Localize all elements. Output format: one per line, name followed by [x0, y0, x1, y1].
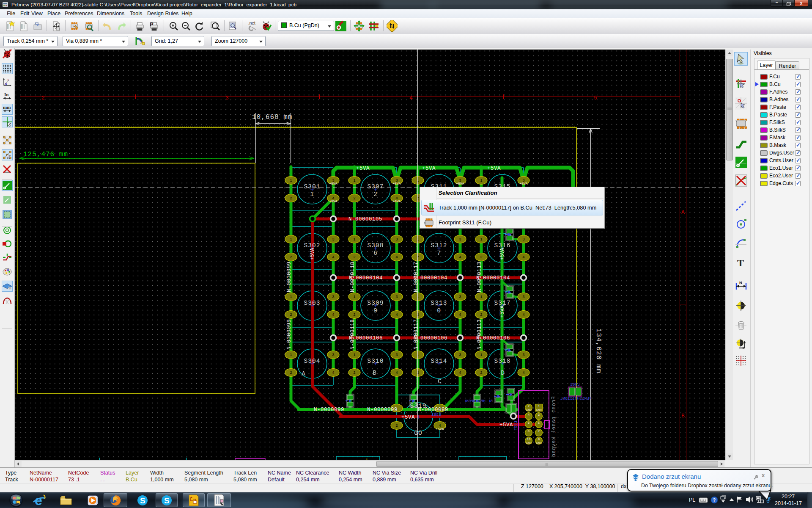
- svg-text:.net: .net: [248, 21, 255, 25]
- svg-text:GO: GO: [414, 430, 422, 436]
- svg-text:1: 1: [480, 178, 482, 182]
- svg-text:3: 3: [395, 237, 398, 241]
- svg-text:N-0000099: N-0000099: [286, 262, 292, 292]
- svg-text:L30T: L30T: [513, 421, 518, 431]
- svg-text:N-0000099: N-0000099: [286, 319, 292, 350]
- svg-text:1: 1: [290, 178, 292, 182]
- svg-text:2: 2: [353, 312, 355, 317]
- svg-text:3: 3: [459, 237, 461, 241]
- svg-text:FLM15H4121SNL: FLM15H4121SNL: [560, 396, 592, 401]
- svg-text:N-00000105: N-00000105: [348, 216, 382, 222]
- svg-text:S: S: [140, 496, 145, 505]
- svg-text:+5VA: +5VA: [392, 199, 401, 203]
- svg-text:10,668 mm: 10,668 mm: [252, 113, 292, 121]
- svg-text:A: A: [302, 370, 306, 377]
- svg-text:+5VA: +5VA: [329, 199, 337, 203]
- svg-text:4: 4: [522, 312, 524, 317]
- svg-text:GND: GND: [536, 409, 542, 412]
- svg-text:P: P: [150, 21, 154, 28]
- svg-text:2: 2: [480, 255, 482, 259]
- svg-text:3: 3: [332, 237, 334, 241]
- svg-text:4: 4: [409, 95, 413, 101]
- svg-text:5: 5: [594, 95, 597, 101]
- svg-text:3: 3: [332, 353, 334, 357]
- svg-text:4: 4: [459, 312, 461, 317]
- svg-text:Front panel keypad in: Front panel keypad in: [551, 396, 557, 460]
- svg-text:3: 3: [459, 295, 461, 299]
- svg-text:2: 2: [353, 255, 355, 259]
- svg-text:8: 8: [528, 430, 530, 433]
- svg-text:B: B: [373, 370, 377, 376]
- svg-text:134,620 mm: 134,620 mm: [595, 329, 602, 373]
- svg-text:2: 2: [290, 255, 292, 259]
- svg-text:10: 10: [527, 438, 531, 441]
- svg-text:2: 2: [480, 370, 482, 375]
- svg-text:+5VA: +5VA: [329, 182, 337, 185]
- svg-text:N-0000118: N-0000118: [350, 262, 356, 292]
- svg-text:?: ?: [713, 497, 716, 502]
- svg-text:+5VA: +5VA: [422, 166, 436, 171]
- svg-text:1: 1: [290, 295, 292, 299]
- svg-text:+5VA: +5VA: [499, 422, 513, 428]
- svg-text:1: 1: [480, 295, 482, 299]
- svg-text:2: 2: [528, 405, 530, 408]
- svg-text:GND: GND: [536, 442, 542, 445]
- svg-text:3: 3: [522, 237, 524, 241]
- svg-text:4: 4: [332, 312, 334, 317]
- svg-text:2: 2: [353, 370, 355, 375]
- svg-text:1: 1: [353, 178, 355, 182]
- svg-text:3: 3: [522, 353, 524, 357]
- svg-text:7: 7: [437, 250, 441, 257]
- svg-text:N-0000113: N-0000113: [477, 262, 483, 292]
- svg-text:3: 3: [395, 353, 398, 357]
- svg-text:4: 4: [332, 255, 334, 259]
- svg-text:+5VA: +5VA: [487, 166, 501, 171]
- svg-text:A: A: [681, 209, 685, 215]
- svg-text:2: 2: [290, 370, 292, 375]
- svg-text:N-0000117: N-0000117: [413, 319, 419, 350]
- svg-text:+5VA: +5VA: [456, 182, 464, 185]
- svg-text:+5VA: +5VA: [499, 305, 505, 318]
- svg-text:0: 0: [437, 307, 441, 314]
- svg-text:1: 1: [480, 353, 482, 357]
- svg-text:3: 3: [522, 295, 524, 299]
- svg-text:1: 1: [480, 237, 482, 241]
- svg-text:N-0000117: N-0000117: [413, 262, 419, 292]
- svg-text:+5VA: +5VA: [310, 248, 315, 260]
- svg-text:N: N: [739, 281, 742, 285]
- svg-text:N-0000099: N-0000099: [418, 407, 448, 413]
- svg-text:S: S: [164, 496, 170, 505]
- svg-text:N-0000118: N-0000118: [350, 319, 356, 350]
- svg-text:2: 2: [41, 95, 45, 101]
- svg-text:+5VA: +5VA: [401, 414, 415, 420]
- svg-text:GND: GND: [526, 409, 532, 412]
- svg-text:N-0000099: N-0000099: [367, 407, 398, 413]
- svg-text:+5VA: +5VA: [392, 182, 401, 185]
- svg-text:4: 4: [522, 370, 524, 375]
- svg-text:6: 6: [528, 421, 530, 425]
- svg-text:+5VA: +5VA: [356, 166, 370, 171]
- svg-text:4: 4: [332, 370, 334, 375]
- svg-text:125,476 mm: 125,476 mm: [23, 151, 68, 158]
- svg-text:1: 1: [353, 237, 355, 241]
- svg-text:φ: φ: [5, 82, 7, 86]
- svg-text:9: 9: [373, 307, 378, 314]
- svg-text:T: T: [737, 257, 744, 268]
- svg-text:1: 1: [290, 353, 292, 357]
- svg-text:3: 3: [225, 95, 229, 101]
- svg-text:+5VA: +5VA: [519, 182, 527, 185]
- svg-text:2: 2: [395, 423, 398, 428]
- svg-text:3: 3: [332, 295, 334, 299]
- svg-text:4: 4: [522, 255, 524, 259]
- svg-text:3: 3: [395, 295, 398, 299]
- svg-text:B: B: [681, 413, 685, 419]
- svg-text:4: 4: [395, 255, 398, 259]
- svg-text:N-0000113: N-0000113: [477, 319, 483, 350]
- svg-text:+5VA: +5VA: [499, 248, 505, 260]
- svg-text:D: D: [501, 370, 505, 376]
- svg-text:4: 4: [528, 413, 530, 417]
- svg-text:N-0000099: N-0000099: [314, 407, 344, 413]
- svg-text:5: 5: [538, 421, 540, 425]
- svg-text:+5VA: +5VA: [436, 427, 444, 431]
- svg-text:9: 9: [538, 438, 540, 441]
